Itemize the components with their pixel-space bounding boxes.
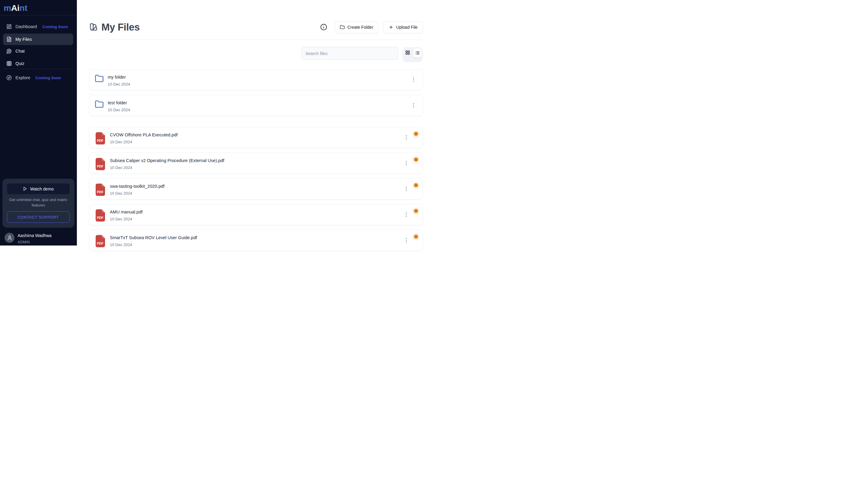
svg-text:PDF: PDF (97, 190, 104, 194)
svg-text:PDF: PDF (97, 241, 104, 245)
svg-text:PDF: PDF (97, 139, 104, 142)
svg-text:PDF: PDF (97, 216, 104, 220)
svg-text:PDF: PDF (97, 165, 104, 168)
